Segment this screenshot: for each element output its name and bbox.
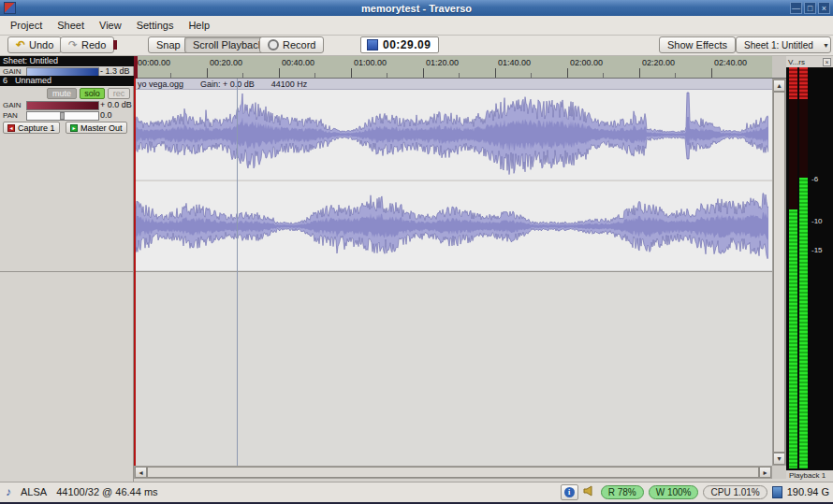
memory-icon [772,486,782,498]
waveform-channel-right[interactable] [134,181,772,271]
redo-label: Redo [81,39,106,50]
record-label: Record [283,39,315,50]
vscroll-thumb[interactable] [773,92,785,453]
solo-button[interactable]: solo [80,88,105,99]
close-icon[interactable]: × [818,2,830,14]
window-title: memorytest - Traverso [0,3,833,14]
title-bar[interactable]: memorytest - Traverso — □ × [0,0,833,16]
capture-source-button[interactable]: ◂ Capture 1 [3,122,60,134]
menu-item-settings[interactable]: Settings [130,18,181,33]
ruler-minor-tick [459,73,460,78]
driver-label: ALSA [21,486,47,497]
vertical-scrollbar[interactable]: ▴ ▾ [772,79,786,466]
redo-button[interactable]: ↷ Redo [60,36,114,53]
scroll-down-icon[interactable]: ▾ [773,453,785,465]
sheet-gain-label: GAIN [3,67,22,76]
ruler-tick-mark [351,68,352,78]
meter-scale-label: -10 [811,217,823,225]
waveform-graphic-left [136,90,768,180]
sheet-selector-dropdown[interactable]: Sheet 1: Untitled ▼ [736,36,831,53]
meter-close-icon[interactable]: × [823,58,831,66]
scroll-up-icon[interactable]: ▴ [773,79,785,92]
master-out-button[interactable]: ▸ Master Out [66,122,127,134]
clip-header[interactable]: yo vega.ogg Gain: + 0.0 dB 44100 Hz [134,79,772,90]
menu-item-view[interactable]: View [93,18,128,33]
track-pan-slider[interactable] [26,111,99,121]
show-effects-label: Show Effects [667,39,727,50]
vu-meter: -6-10-15 [786,67,833,470]
scroll-playback-label: Scroll Playback [193,39,263,50]
ruler-minor-tick [675,73,676,78]
ruler-tick-label: 02:40.00 [714,58,747,67]
clip-name: yo vega.ogg [138,79,183,89]
menu-item-project[interactable]: Project [4,18,49,33]
track-boundary [0,271,772,272]
mute-button[interactable]: mute [47,88,77,99]
clip-gain: Gain: + 0.0 dB [200,79,255,89]
waveform-channel-left[interactable] [134,90,772,180]
maximize-icon[interactable]: □ [804,2,816,14]
info-button[interactable]: i [561,484,578,500]
waveform-graphic-right [136,181,768,271]
work-cursor[interactable] [237,79,238,466]
cpu-usage: CPU 1.01% [703,485,767,499]
ruler-minor-tick [242,73,243,78]
clip-samplerate: 44100 Hz [271,79,308,89]
playhead-time-icon [367,39,378,50]
capture-label: Capture 1 [18,123,55,133]
audio-driver-icon: ♪ [6,485,11,498]
ruler-tick-label: 00:00.00 [138,58,170,67]
horizontal-scrollbar[interactable]: ◂ ▸ [134,466,772,479]
ruler-tick-mark [207,68,208,78]
timeline-ruler[interactable]: 00:00.0000:20.0000:40.0001:00.0001:20.00… [134,56,772,79]
sheet-header[interactable]: Sheet: Untitled [0,56,134,66]
empty-track-area[interactable] [134,272,772,466]
ruler-minor-tick [387,73,387,78]
track-gain-slider[interactable] [26,101,99,110]
speaker-icon[interactable] [583,485,596,498]
ruler-tick-mark [711,68,712,78]
ruler-minor-tick [314,73,315,78]
undo-icon: ↶ [16,38,25,51]
minimize-icon[interactable]: — [790,2,802,14]
track-gain-label: GAIN [3,101,22,109]
ruler-minor-tick [531,73,532,78]
scroll-left-icon[interactable]: ◂ [135,467,147,478]
track-pan-row: PAN 0.0 [0,110,134,121]
info-icon: i [564,487,575,497]
meter-scale-label: -6 [811,175,818,183]
meter-scale-label: -15 [811,246,823,254]
ruler-tick-label: 01:40.00 [498,58,531,67]
ruler-pad [772,56,786,79]
menu-bar: ProjectSheetViewSettingsHelp [0,16,833,36]
ruler-tick-label: 00:40.00 [282,58,314,67]
track-header[interactable]: 6 Unnamed [0,76,134,86]
record-button[interactable]: Record [259,36,324,53]
ruler-tick-label: 02:20.00 [642,58,675,67]
undo-label: Undo [29,39,53,50]
menu-item-help[interactable]: Help [182,18,216,33]
sheet-selector-value: Sheet 1: Untitled [744,40,813,50]
playhead[interactable] [134,56,136,466]
track-number: 6 [3,76,7,86]
ruler-minor-tick [603,73,604,78]
playhead-marker[interactable] [134,56,138,79]
snap-button[interactable]: Snap [148,36,189,53]
record-icon [268,39,279,50]
ruler-tick-label: 02:00.00 [570,58,603,67]
rec-button[interactable]: rec [108,88,130,99]
scroll-right-icon[interactable]: ▸ [759,467,771,478]
meter-panel-header: V...rs × [786,56,833,67]
toolbar: ↶ Undo ↷ Redo Snap Scroll Playback Recor… [0,36,833,56]
hscroll-thumb[interactable] [147,467,759,478]
menu-item-sheet[interactable]: Sheet [51,18,91,33]
scrollbar-corner [772,466,786,479]
show-effects-button[interactable]: Show Effects [659,36,736,53]
track-gain-row: GAIN + 0.0 dB [0,100,134,110]
ruler-tick-label: 01:20.00 [426,58,459,67]
window-controls: — □ × [790,2,830,14]
undo-button[interactable]: ↶ Undo [7,36,62,53]
ruler-tick-mark [567,68,568,78]
track-name: Unnamed [15,76,51,86]
latency-label: 44100/32 @ 46.44 ms [56,486,157,497]
